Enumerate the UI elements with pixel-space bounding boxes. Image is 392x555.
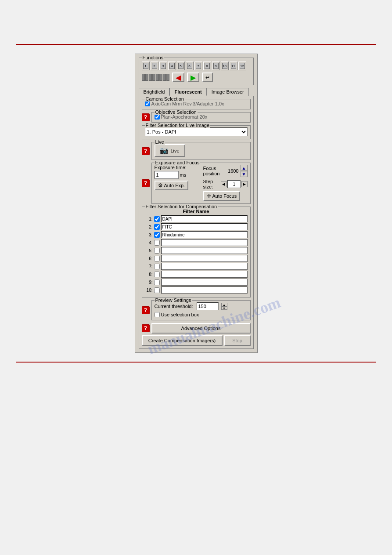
filter-row-9: 9: <box>145 279 248 286</box>
filter-live-select[interactable]: 1. Pos - DAPI 2. Pos - FITC 3. Pos - Rho… <box>145 127 248 136</box>
func-btn-2[interactable]: 2 <box>151 62 158 70</box>
threshold-label: Current threshold: <box>155 304 194 309</box>
red-arrow-button[interactable]: ◀ <box>172 73 184 82</box>
filter-comp-label: Filter Selection for Compensation <box>145 204 218 209</box>
filter-check-4[interactable] <box>154 240 160 246</box>
advanced-help-row: ? Advanced Options <box>142 323 251 334</box>
step-size-input[interactable] <box>227 180 241 188</box>
bottom-btn-row: Create Compensation Image(s) Stop <box>142 335 251 346</box>
filter-input-9[interactable] <box>161 279 248 286</box>
filter-check-9[interactable] <box>154 279 160 285</box>
advanced-help-btn[interactable]: ? <box>142 324 150 332</box>
tab-brightfield[interactable]: Brightfield <box>139 88 170 96</box>
focus-position-label: Focus position <box>203 166 225 176</box>
camera-checkbox[interactable] <box>145 101 150 106</box>
func-btn-11[interactable]: 11 <box>230 62 237 70</box>
use-selection-box-label: Use selection box <box>161 312 199 317</box>
step-size-row: Step size: ◀ ▶ <box>203 179 248 189</box>
filter-input-1[interactable] <box>161 215 248 222</box>
exposure-help-btn[interactable]: ? <box>142 179 150 187</box>
focus-value: 1600 <box>228 168 238 174</box>
objective-checkbox-row: Plan-Apochromat 20x <box>155 114 248 120</box>
filter-row-6: 6: <box>145 255 248 262</box>
func-btn-8[interactable]: 8 <box>203 62 211 70</box>
live-help-btn[interactable]: ? <box>142 147 150 155</box>
camera-icon: 📷 <box>160 146 169 155</box>
func-btn-6[interactable]: 6 <box>186 62 194 70</box>
filter-row-4: 4: <box>145 239 248 246</box>
filter-name-header: Filter Name <box>145 209 248 214</box>
focus-arrows: ▲ ▼ <box>241 165 248 177</box>
filter-input-10[interactable] <box>161 287 248 294</box>
filter-check-1[interactable] <box>154 216 160 222</box>
left-arrow-icon: ◀ <box>176 73 181 82</box>
tab-fluorescent[interactable]: Fluorescent <box>169 88 206 96</box>
exposure-group: Exposure and Focus Exposure time: ms ⚙ A… <box>151 163 251 204</box>
filter-input-4[interactable] <box>161 239 248 246</box>
threshold-spin-down[interactable]: ▼ <box>221 306 227 310</box>
back-button[interactable]: ↩ <box>202 73 213 82</box>
func-btn-5[interactable]: 5 <box>177 62 185 70</box>
filter-dropdown-row: 1. Pos - DAPI 2. Pos - FITC 3. Pos - Rho… <box>145 127 248 136</box>
func-btn-9[interactable]: 9 <box>212 62 220 70</box>
func-btn-10[interactable]: 10 <box>221 62 229 70</box>
preview-help-btn[interactable]: ? <box>142 306 150 314</box>
filter-check-2[interactable] <box>154 224 160 230</box>
threshold-spin-up[interactable]: ▲ <box>221 303 227 306</box>
filter-row-10: 10: <box>145 287 248 294</box>
ms-label: ms <box>180 172 187 178</box>
exposure-help-row: ? Exposure and Focus Exposure time: ms ⚙ <box>142 163 251 204</box>
stop-button[interactable]: Stop <box>224 335 251 346</box>
step-left-btn[interactable]: ◀ <box>221 181 227 187</box>
main-panel: Functions 1 2 3 4 5 6 <box>135 54 258 353</box>
tab-image-browser[interactable]: Image Browser <box>207 88 249 96</box>
advanced-options-button[interactable]: Advanced Options <box>151 323 251 334</box>
filter-input-2[interactable] <box>161 223 248 230</box>
filter-input-7[interactable] <box>161 263 248 270</box>
filter-check-5[interactable] <box>154 248 160 254</box>
functions-label: Functions <box>142 55 165 60</box>
live-group: Live 📷 Live <box>151 142 251 160</box>
filter-input-3[interactable] <box>161 231 248 238</box>
live-help-row: ? Live 📷 Live <box>142 142 251 160</box>
focus-up-btn[interactable]: ▲ <box>241 165 248 171</box>
objective-checkbox[interactable] <box>155 114 160 120</box>
objective-help-btn[interactable]: ? <box>142 113 150 121</box>
func-btn-7[interactable]: 7 <box>194 62 202 70</box>
auto-focus-label: Auto Focus <box>212 193 237 199</box>
func-btn-3[interactable]: 3 <box>159 62 167 70</box>
focus-down-btn[interactable]: ▼ <box>241 171 248 177</box>
exposure-row: Exposure time: ms ⚙ Auto Exp. <box>155 165 248 201</box>
create-compensation-button[interactable]: Create Compensation Image(s) <box>142 335 223 346</box>
filter-check-8[interactable] <box>154 272 160 277</box>
live-button-label: Live <box>171 148 180 153</box>
tabs-row: Brightfield Fluorescent Image Browser <box>139 88 254 96</box>
crosshair-icon: ✛ <box>207 193 211 199</box>
exposure-right: Focus position 1600 ▲ ▼ Step size: ◀ <box>203 165 248 201</box>
exposure-time-input[interactable] <box>155 171 179 179</box>
content-area: Camera Selection AxioCam Mrm Rev.3/Adapt… <box>139 96 254 349</box>
filter-check-6[interactable] <box>154 256 160 261</box>
exposure-left: Exposure time: ms ⚙ Auto Exp. <box>155 165 199 190</box>
auto-exp-button[interactable]: ⚙ Auto Exp. <box>155 181 189 190</box>
func-btn-12[interactable]: 12 <box>238 62 246 70</box>
green-arrow-button[interactable]: ▶ <box>187 73 199 82</box>
step-size-label: Step size: <box>203 179 220 189</box>
filter-check-3[interactable] <box>154 232 160 238</box>
func-btn-1[interactable]: 1 <box>142 62 150 70</box>
filter-input-5[interactable] <box>161 247 248 254</box>
use-selection-box-checkbox[interactable] <box>155 312 160 317</box>
live-button[interactable]: 📷 Live <box>155 144 185 157</box>
filter-input-8[interactable] <box>161 271 248 278</box>
step-right-btn[interactable]: ▶ <box>241 181 247 187</box>
filter-check-7[interactable] <box>154 264 160 269</box>
filter-check-10[interactable] <box>154 287 160 293</box>
exposure-input-row: ms <box>155 171 199 179</box>
filter-input-6[interactable] <box>161 255 248 262</box>
functions-group: Functions 1 2 3 4 5 6 <box>139 58 254 85</box>
threshold-input[interactable] <box>197 302 219 310</box>
preview-settings-group: Preview Settings Current threshold: ▲ ▼ … <box>151 300 251 320</box>
exposure-label: Exposure and Focus <box>155 160 201 165</box>
auto-focus-button[interactable]: ✛ Auto Focus <box>203 191 241 201</box>
func-btn-4[interactable]: 4 <box>168 62 176 70</box>
